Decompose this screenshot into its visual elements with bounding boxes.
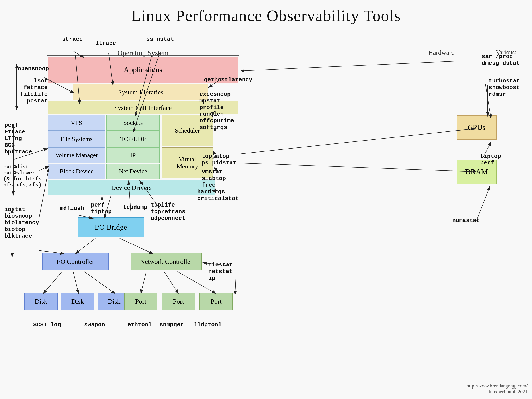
hardware-label: Hardware [428,49,454,56]
svg-line-31 [75,238,95,254]
layer-syslibs: System Libraries [73,84,208,101]
layer-devdrivers: Device Drivers [48,180,215,195]
port-3: Port [200,293,233,310]
svg-line-35 [73,272,79,294]
port-2: Port [162,293,195,310]
label-snmpget: snmpget [160,321,184,328]
tool-turbostat: turbostat showboost rdmsr [489,78,520,98]
hw-cpus: CPUs [457,115,497,140]
layer-netdev: Net Device [106,164,160,179]
layer-filesys: File Systems [48,131,105,147]
layer-iocontroller: I/O Controller [42,253,109,270]
disk-2: Disk [61,293,94,310]
svg-line-25 [238,163,477,172]
layer-vfs: VFS [48,115,105,131]
tool-ltrace: ltrace [95,40,116,47]
tool-sar-proc: sar /proc dmesg dstat [482,53,520,66]
tool-ss-nstat: ss nstat [146,36,174,43]
tool-tcpdump: tcpdump [123,204,147,211]
disk-1: Disk [24,293,58,310]
layer-iobridge: I/O Bridge [78,217,144,237]
svg-line-42 [241,61,459,71]
tool-vmstat: vmstat slabtop free [202,168,226,188]
tool-tcplife: tcplife tcpretrans udpconnect [151,202,185,222]
tool-ext4dist: ext4dist ext4slower (& for btrfs nfs,xfs… [3,164,42,188]
layer-volmgr: Volume Manager [48,147,105,163]
tool-tiptop: tiptop perf [480,153,501,166]
tool-gethostlatency: gethostlatency [204,76,252,83]
layer-netcontroller: Network Controller [131,253,202,270]
page-title: Linux Performance Observability Tools [0,0,532,25]
svg-line-38 [164,272,178,294]
label-scsi-log: SCSI log [33,321,61,328]
tool-nicstat: nicstat netstat ip [208,262,233,282]
tool-perf-ftrace: perf Ftrace LTTng BCC bpftrace [4,122,32,155]
svg-line-41 [235,275,236,295]
layer-tcpudp: TCP/UDP [106,131,160,147]
svg-line-43 [238,129,475,154]
tool-hardirqs: hardirqs criticalstat [197,188,239,202]
port-1: Port [124,293,157,310]
tool-lsof: lsof fatrace filelife pcstat [8,78,48,104]
tool-top-atop: top atop ps pidstat [202,153,236,166]
svg-line-26 [477,186,490,221]
tool-numastat: numastat [452,217,480,224]
layer-sockets: Sockets [106,115,160,131]
tool-opensnoop: opensnoop [18,65,49,72]
tool-iostat: iostat biosnoop biolatency biotop blktra… [4,206,39,239]
layer-blockdev: Block Device [48,164,105,179]
tool-mdflush: mdflush [60,205,84,212]
label-ethtool: ethtool [127,321,152,328]
svg-line-36 [84,272,115,294]
svg-line-34 [43,272,62,294]
label-swapon: swapon [84,321,105,328]
svg-line-32 [120,238,153,254]
layer-ip: IP [106,147,160,163]
tool-perf-tiptop: perf tiptop [91,202,112,215]
label-lldptool: lldptool [194,321,222,328]
svg-line-37 [141,272,146,294]
tool-execsnoop: execsnoop mpstat profile runqlen offcput… [200,91,234,131]
credit: http://www.brendangregg.com/ linuxperf.h… [467,383,528,395]
tool-strace: strace [62,36,83,43]
